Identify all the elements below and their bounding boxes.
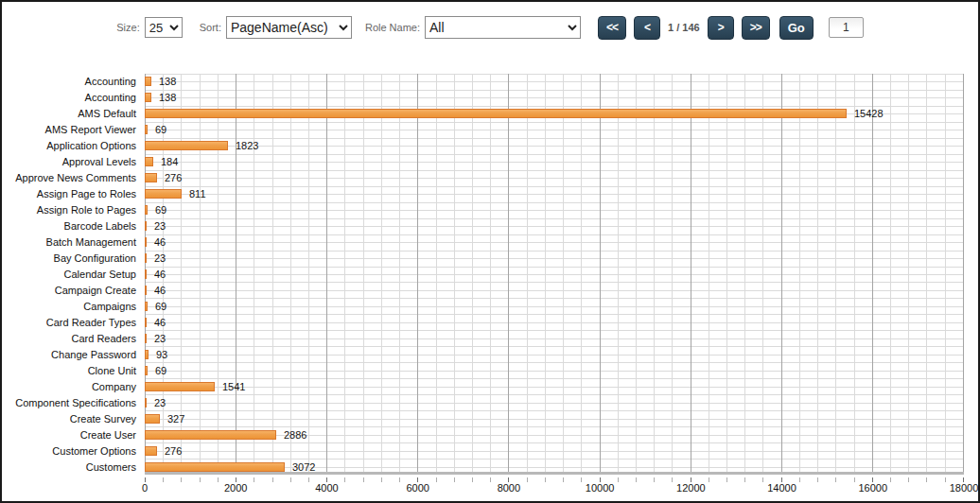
category-label: Clone Unit <box>2 363 136 378</box>
bar <box>145 446 157 456</box>
bar-value-label: 2886 <box>284 427 306 442</box>
bar <box>145 173 157 182</box>
x-tick-label: 10000 <box>571 482 628 494</box>
bar <box>145 302 148 311</box>
category-label: Barcode Labels <box>2 218 136 234</box>
category-label: Component Specifications <box>2 395 136 410</box>
role-name-select[interactable]: All <box>425 16 581 39</box>
bar <box>145 318 147 327</box>
bar-value-label: 69 <box>155 202 166 217</box>
bar-value-label: 184 <box>161 154 178 169</box>
category-label: Company <box>2 379 136 394</box>
category-label: Customer Options <box>2 443 136 459</box>
category-label: Card Reader Types <box>2 315 136 330</box>
size-select[interactable]: 25 <box>145 17 183 38</box>
x-tick-label: 18000 <box>936 482 980 494</box>
bar-value-label: 138 <box>159 90 176 105</box>
bar-value-label: 1541 <box>222 379 245 394</box>
size-label: Size: <box>116 22 139 33</box>
go-button[interactable]: Go <box>779 16 814 40</box>
bar-value-label: 327 <box>167 411 184 426</box>
bar-value-label: 46 <box>154 283 166 298</box>
bar-value-label: 3072 <box>292 460 315 475</box>
bar <box>145 93 151 102</box>
bar <box>145 350 149 359</box>
category-axis-labels: AccountingAccountingAMS DefaultAMS Repor… <box>2 74 140 475</box>
category-label: Assign Page to Roles <box>2 186 136 201</box>
bar <box>145 253 147 263</box>
bar-value-label: 93 <box>156 347 167 362</box>
category-label: AMS Report Viewer <box>2 122 136 137</box>
bar <box>145 414 160 424</box>
category-label: Change Password <box>2 347 136 362</box>
report-window: Size: 25 Sort: PageName(Asc) Role Name: … <box>0 0 980 503</box>
last-page-button[interactable]: >> <box>742 16 770 40</box>
category-label: Accounting <box>2 74 136 89</box>
sort-select[interactable]: PageName(Asc) <box>226 16 352 39</box>
bar-value-label: 811 <box>189 186 206 201</box>
bar-value-label: 46 <box>154 315 166 330</box>
page-indicator: 1 / 146 <box>668 22 700 33</box>
bar <box>145 286 147 295</box>
role-name-label: Role Name: <box>365 22 420 33</box>
category-label: Batch Management <box>2 234 136 250</box>
category-label: Calendar Setup <box>2 267 136 282</box>
x-axis-labels: 0200040006000800010000120001400016000180… <box>145 482 964 497</box>
bar <box>145 462 285 472</box>
x-tick-label: 16000 <box>845 482 901 494</box>
category-label: Assign Role to Pages <box>2 202 136 217</box>
sort-label: Sort: <box>200 22 221 33</box>
x-tick-label: 14000 <box>754 482 811 494</box>
category-label: AMS Default <box>2 106 136 121</box>
category-label: Create Survey <box>2 411 136 426</box>
bar-value-label: 69 <box>155 299 166 314</box>
bar-value-label: 23 <box>154 251 166 266</box>
bar <box>145 382 215 391</box>
bar-value-label: 138 <box>159 74 176 89</box>
bar-value-label: 23 <box>154 218 166 234</box>
bar <box>145 189 182 199</box>
next-page-button[interactable]: > <box>708 16 734 40</box>
bar-value-label: 46 <box>154 234 166 250</box>
category-label: Campaign Create <box>2 283 136 298</box>
bar-value-label: 23 <box>154 395 166 410</box>
category-label: Bay Configuration <box>2 251 136 266</box>
category-label: Customers <box>2 460 136 475</box>
bar <box>145 366 148 375</box>
bar <box>145 205 148 215</box>
bar-value-label: 69 <box>155 122 166 137</box>
bar-value-label: 1823 <box>236 138 258 153</box>
bar <box>145 334 147 343</box>
x-tick-label: 6000 <box>390 482 446 494</box>
category-label: Application Options <box>2 138 136 153</box>
category-label: Campaigns <box>2 299 136 314</box>
prev-page-button[interactable]: < <box>634 16 660 40</box>
category-label: Approve News Comments <box>2 170 136 185</box>
bar <box>145 157 153 166</box>
bar <box>145 221 147 231</box>
bar <box>145 77 151 86</box>
category-label: Create User <box>2 427 136 442</box>
bar <box>145 398 147 408</box>
bar-value-label: 276 <box>165 170 182 185</box>
x-tick-label: 8000 <box>481 482 537 494</box>
bar-chart-plot-area: 1381381542869182318427681169234623464669… <box>145 74 964 475</box>
x-tick-label: 0 <box>116 482 173 494</box>
bar-value-label: 23 <box>154 331 166 346</box>
bar <box>145 125 148 134</box>
toolbar: Size: 25 Sort: PageName(Asc) Role Name: … <box>2 13 978 42</box>
bar-value-label: 15428 <box>854 106 884 121</box>
bar-value-label: 69 <box>155 363 166 378</box>
x-tick-label: 2000 <box>207 482 264 494</box>
bar <box>145 430 276 440</box>
category-label: Card Readers <box>2 331 136 346</box>
x-tick-label: 12000 <box>662 482 719 494</box>
bar <box>145 141 228 150</box>
category-label: Accounting <box>2 90 136 105</box>
bar-value-label: 276 <box>165 443 182 459</box>
first-page-button[interactable]: << <box>598 16 626 40</box>
bar <box>145 109 847 118</box>
page-number-input[interactable] <box>829 17 864 38</box>
bar <box>145 269 147 279</box>
category-label: Approval Levels <box>2 154 136 169</box>
